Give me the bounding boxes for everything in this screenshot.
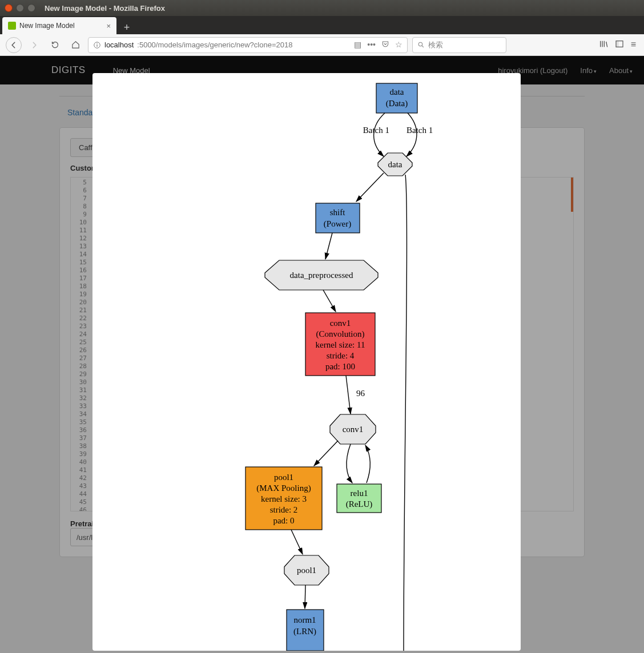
node-text: kernel size: 11 (316, 340, 365, 349)
node-text: (Power) (324, 219, 351, 229)
search-icon (417, 41, 425, 49)
browser-tab[interactable]: New Image Model × (2, 17, 116, 34)
node-text: kernel size: 3 (261, 494, 307, 503)
node-text: pad: 0 (273, 516, 294, 525)
node-text: pad: 100 (325, 362, 355, 371)
tab-close-button[interactable]: × (106, 22, 111, 30)
svg-rect-2 (96, 43, 97, 43)
svg-rect-1 (96, 44, 97, 46)
window-close-button[interactable] (5, 4, 13, 12)
node-text: (Data) (386, 99, 408, 108)
window-title: New Image Model - Mozilla Firefox (45, 4, 165, 13)
reader-icon[interactable]: ▤ (354, 40, 361, 50)
more-icon[interactable]: ••• (367, 40, 376, 50)
node-text: stride: 4 (327, 351, 355, 360)
edge-label: 96 (356, 389, 365, 398)
home-icon (71, 41, 80, 49)
favicon-icon (8, 22, 16, 30)
url-path: :5000/models/images/generic/new?clone=20… (137, 41, 292, 49)
node-text: (LRN) (293, 627, 316, 636)
reload-button[interactable] (47, 37, 63, 53)
node-text: conv1 (343, 425, 364, 434)
node-text: shift (330, 208, 346, 217)
window-titlebar: New Image Model - Mozilla Firefox (0, 0, 644, 16)
sidebar-icon[interactable] (615, 39, 624, 51)
arrow-left-icon (10, 41, 18, 49)
library-icon[interactable] (599, 39, 608, 51)
node-text: data_preprocessed (290, 271, 353, 280)
node-text: stride: 2 (270, 505, 298, 514)
pocket-icon[interactable] (381, 40, 389, 50)
network-diagram-modal: data (Data) data Batch 1 Batch 1 shift (… (92, 73, 521, 651)
browser-toolbar: localhost :5000/models/images/generic/ne… (0, 34, 644, 56)
reload-icon (51, 41, 59, 49)
node-text: conv1 (330, 319, 351, 328)
network-diagram: data (Data) data Batch 1 Batch 1 shift (… (92, 73, 521, 651)
node-text: data (390, 87, 404, 96)
browser-tabstrip: New Image Model × + (0, 16, 644, 34)
bookmark-icon[interactable]: ☆ (395, 40, 402, 50)
menu-button[interactable]: ≡ (631, 39, 636, 51)
address-bar[interactable]: localhost :5000/models/images/generic/ne… (88, 37, 408, 53)
new-tab-button[interactable]: + (120, 21, 134, 34)
node-text: pool1 (274, 473, 293, 482)
url-host: localhost (104, 41, 134, 49)
node-text: (ReLU) (346, 499, 373, 509)
tab-title: New Image Model (19, 22, 75, 30)
node-text: relu1 (351, 489, 368, 498)
svg-rect-5 (616, 41, 619, 47)
info-icon (93, 41, 101, 49)
search-placeholder: 検索 (428, 40, 443, 50)
node-text: (Convolution) (316, 329, 365, 339)
arrow-right-icon (30, 41, 38, 49)
search-box[interactable]: 検索 (412, 37, 506, 53)
edge-label: Batch 1 (363, 126, 389, 135)
svg-point-3 (418, 42, 422, 46)
node-text: data (388, 160, 402, 169)
nav-forward-button[interactable] (26, 37, 42, 53)
window-minimize-button[interactable] (16, 4, 24, 12)
node-text: norm1 (293, 615, 316, 624)
node-text: pool1 (297, 566, 316, 575)
node-text: (MAX Pooling) (256, 483, 311, 493)
window-maximize-button[interactable] (27, 4, 35, 12)
edge-label: Batch 1 (406, 126, 433, 135)
nav-back-button[interactable] (6, 37, 22, 53)
home-button[interactable] (67, 37, 83, 53)
